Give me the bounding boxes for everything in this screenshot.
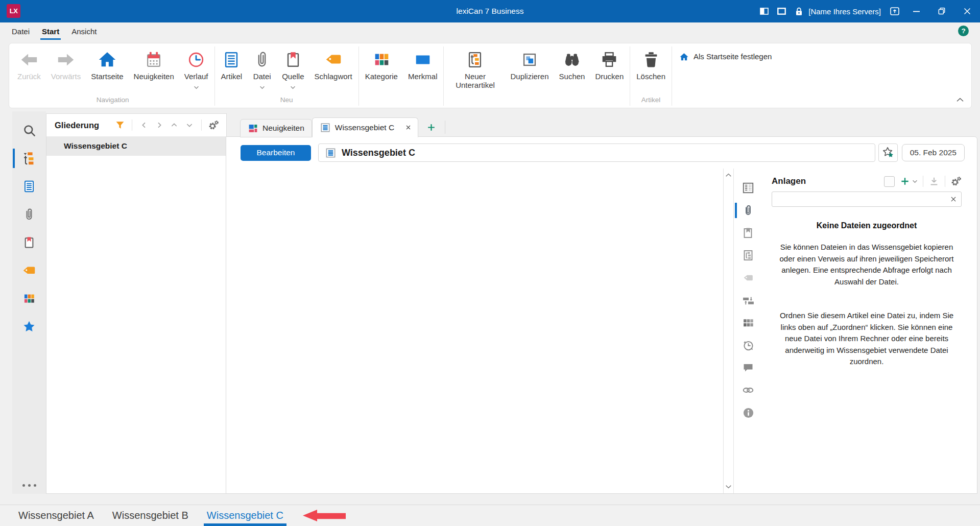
outline-settings-button[interactable]	[206, 117, 221, 133]
attachments-filter-input[interactable]	[772, 192, 962, 207]
restore-button[interactable]	[929, 0, 954, 22]
panel-tool-strip	[734, 169, 762, 493]
attachments-controls	[884, 176, 962, 187]
panel-tab-categories[interactable]	[741, 316, 755, 330]
article-header: Bearbeiten Wissensgebiet C 05. Feb 2025	[226, 137, 977, 169]
help-button[interactable]: ?	[958, 26, 969, 36]
nav-up-button[interactable]	[167, 117, 182, 133]
close-icon	[950, 196, 957, 203]
panel-tab-transfer[interactable]	[741, 293, 755, 307]
statusbar-item-wissensgebiet-a[interactable]: Wissensgebiet A	[15, 505, 97, 526]
annotation-arrow	[302, 505, 347, 526]
open-window-icon	[890, 7, 899, 15]
open-window-button[interactable]	[886, 0, 903, 22]
close-button[interactable]	[954, 0, 980, 22]
ribbon-button-quelle[interactable]: Quelle	[277, 45, 309, 87]
panel-tab-comments[interactable]	[741, 361, 755, 375]
menu-tab-start[interactable]: Start	[36, 22, 65, 40]
edit-button[interactable]: Bearbeiten	[241, 145, 311, 161]
vertical-scrollbar[interactable]	[723, 169, 734, 493]
panel-tab-properties[interactable]	[741, 181, 755, 195]
tag-icon	[21, 263, 37, 278]
clear-filter-button[interactable]	[949, 195, 958, 204]
ribbon-button-suchen[interactable]: Suchen	[554, 45, 590, 81]
outline-icon	[21, 151, 37, 166]
ribbon-button-als-startseite-festlegen[interactable]: Als Startseite festlegen	[673, 45, 778, 62]
article-content[interactable]	[226, 169, 723, 493]
gears-icon	[950, 176, 962, 187]
panel-tab-info[interactable]	[741, 405, 755, 420]
panel-tab-history[interactable]	[741, 338, 755, 352]
sidebar-more-button[interactable]	[22, 484, 36, 487]
menu-tab-datei[interactable]: Datei	[6, 22, 36, 40]
ribbon-separator	[214, 46, 215, 106]
ribbon-button-startseite[interactable]: Startseite	[86, 45, 128, 81]
panel-tab-subarticles[interactable]	[741, 248, 755, 262]
sidebar-item-categories[interactable]	[19, 290, 39, 307]
red-arrow-icon	[302, 509, 347, 522]
article-title: Wissensgebiet C	[342, 148, 415, 158]
ribbon-button-datei[interactable]: Datei	[247, 45, 277, 87]
ribbon-button-zurueck[interactable]: Zurück	[12, 45, 46, 81]
filter-icon	[115, 120, 125, 130]
close-tab-button[interactable]	[403, 123, 413, 132]
sidebar-item-favorites[interactable]	[19, 318, 39, 336]
ribbon-button-loeschen[interactable]: Löschen	[631, 45, 671, 81]
tab-neuigkeiten[interactable]: Neuigkeiten	[240, 119, 312, 137]
minimize-button[interactable]	[903, 0, 929, 22]
outline-item-wissensgebiet-c[interactable]: Wissensgebiet C	[46, 136, 226, 156]
sidebar-item-search[interactable]	[19, 122, 39, 139]
article-box-icon	[325, 147, 337, 159]
sidebar-item-keywords[interactable]	[19, 262, 39, 279]
outline-filter-button[interactable]	[112, 117, 128, 133]
statusbar-item-wissensgebiet-b[interactable]: Wissensgebiet B	[109, 505, 192, 526]
ribbon-button-neuigkeiten[interactable]: Neuigkeiten	[129, 45, 179, 81]
ribbon-button-vorwaerts[interactable]: Vorwärts	[46, 45, 86, 81]
menu-tab-ansicht[interactable]: Ansicht	[65, 22, 103, 40]
nav-next-button[interactable]	[152, 117, 167, 133]
scroll-up-icon[interactable]	[725, 173, 732, 177]
nav-previous-button[interactable]	[136, 117, 152, 133]
favorite-button[interactable]	[878, 144, 898, 162]
ribbon-button-neuer-unterartikel[interactable]: Neuer Unterartikel	[445, 45, 505, 90]
tab-bar: Neuigkeiten Wissensgebiet C	[226, 111, 977, 137]
sidebar-item-sources[interactable]	[19, 234, 39, 251]
attachments-download-button[interactable]	[928, 176, 940, 187]
sidebar-item-attachments[interactable]	[19, 206, 39, 223]
chevron-left-icon	[140, 121, 148, 129]
attachments-settings-button[interactable]	[950, 176, 962, 187]
sidebar-item-outline[interactable]	[19, 150, 39, 167]
panel-tab-sources[interactable]	[741, 226, 755, 240]
favorite-star-icon	[881, 146, 895, 159]
panel-tab-attachments[interactable]	[741, 203, 755, 218]
panel-tab-links[interactable]	[741, 383, 755, 397]
article-icon	[22, 179, 36, 194]
info-icon	[742, 407, 755, 419]
add-tab-button[interactable]	[422, 118, 440, 136]
layout-right-button[interactable]	[773, 0, 790, 22]
ribbon-button-merkmal[interactable]: Merkmal	[403, 45, 443, 81]
statusbar-item-wissensgebiet-c[interactable]: Wissensgebiet C	[204, 505, 286, 526]
attachments-add-button[interactable]	[900, 176, 918, 186]
ribbon-button-verlauf[interactable]: Verlauf	[179, 45, 213, 87]
sidebar-item-articles[interactable]	[19, 178, 39, 195]
ribbon-button-kategorie[interactable]: Kategorie	[360, 45, 403, 81]
ribbon-button-drucken[interactable]: Drucken	[590, 45, 629, 81]
attachments-select-checkbox[interactable]	[884, 176, 895, 187]
nav-down-button[interactable]	[182, 117, 197, 133]
ribbon-button-artikel[interactable]: Artikel	[216, 45, 248, 81]
ribbon-button-schlagwort[interactable]: Schlagwort	[309, 45, 357, 81]
layout-left-icon	[760, 8, 769, 15]
layout-left-button[interactable]	[755, 0, 773, 22]
chevron-down-icon	[912, 180, 918, 183]
ribbon-group-kategorie: Kategorie Merkmal	[360, 45, 443, 108]
collapse-ribbon-button[interactable]	[956, 95, 964, 104]
chevron-down-icon	[259, 86, 265, 89]
star-icon	[22, 320, 36, 334]
close-icon	[405, 124, 412, 131]
scroll-down-icon[interactable]	[725, 485, 732, 489]
panel-tab-keywords[interactable]	[741, 271, 755, 285]
ribbon-button-duplizieren[interactable]: Duplizieren	[505, 45, 554, 81]
tab-wissensgebiet-c[interactable]: Wissensgebiet C	[312, 117, 418, 137]
statusbar: Wissensgebiet A Wissensgebiet B Wissensg…	[0, 505, 980, 526]
